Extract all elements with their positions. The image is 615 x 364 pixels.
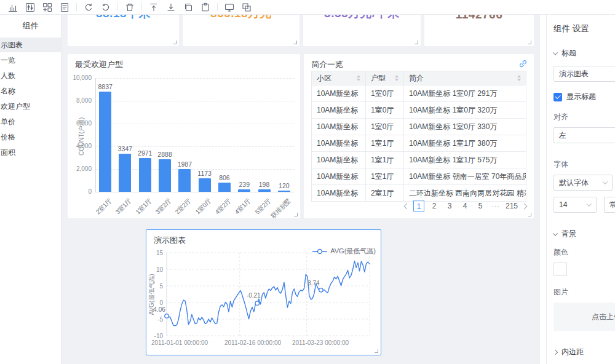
delete-icon[interactable] bbox=[125, 2, 135, 12]
resize-handle-icon[interactable] bbox=[294, 213, 298, 216]
stat-card[interactable]: 1142766 bbox=[424, 15, 534, 46]
sidebar-item[interactable]: 示图表 bbox=[0, 38, 61, 52]
paste-icon[interactable] bbox=[200, 2, 210, 12]
sidebar-item[interactable]: 人数 bbox=[0, 68, 61, 83]
line-series bbox=[167, 261, 370, 326]
y-axis bbox=[95, 78, 96, 192]
table-title: 简介一览 bbox=[311, 59, 343, 70]
resize-handle-icon[interactable] bbox=[415, 41, 418, 44]
sidebar-item[interactable]: 欢迎户型 bbox=[0, 99, 61, 114]
sort-icon[interactable] bbox=[517, 75, 521, 81]
y-tick-label: 0 bbox=[67, 188, 92, 195]
chevron-right-icon bbox=[553, 349, 558, 354]
settings-header: 组件 设置 bbox=[554, 23, 615, 34]
column-header[interactable]: 小区 bbox=[312, 71, 366, 85]
link-icon[interactable] bbox=[518, 59, 528, 68]
line-chart-card[interactable]: 演示图表 AVG(最低气温) -10-5051015AVG(最低气温)2011-… bbox=[146, 229, 381, 355]
bar bbox=[178, 169, 191, 192]
y-tick-label: 0 bbox=[159, 299, 163, 306]
form-widget-icon[interactable] bbox=[60, 2, 69, 12]
next-page-icon[interactable] bbox=[522, 203, 528, 209]
table-cell: 2室1厅 bbox=[366, 185, 404, 202]
table-row: 10AM新坐标2室1厅二环边新坐标 西南向两居对花园 精装修中间层 bbox=[312, 185, 526, 202]
sidebar-item[interactable]: 一览 bbox=[0, 53, 61, 68]
chevron-down-icon bbox=[603, 179, 608, 184]
font-size-select[interactable]: 14 bbox=[554, 197, 597, 213]
show-title-label: 显示标题 bbox=[566, 92, 596, 102]
sort-icon[interactable] bbox=[357, 75, 360, 81]
align-select[interactable]: 左 bbox=[554, 127, 615, 143]
bar-chart-card[interactable]: 最受欢迎户型 02,0004,0006,0008,00010,000COUNT(… bbox=[68, 54, 300, 218]
sidebar-item[interactable]: 单价 bbox=[0, 114, 61, 129]
add-widget-icon[interactable] bbox=[42, 2, 52, 12]
section-title-toggle[interactable]: 标题 bbox=[554, 48, 615, 58]
undo-icon[interactable] bbox=[84, 2, 93, 12]
page-number[interactable]: 4 bbox=[459, 200, 470, 212]
sidebar-item[interactable]: 名称 bbox=[0, 84, 61, 98]
chevron-down-icon bbox=[553, 231, 558, 235]
title-input[interactable] bbox=[554, 66, 615, 82]
page-number[interactable]: 3 bbox=[444, 200, 455, 212]
prev-page-icon[interactable] bbox=[404, 203, 410, 209]
x-tick-label: 2011-03-23 00:00:00 bbox=[292, 339, 349, 346]
table-cell: 1室1厅 bbox=[366, 202, 404, 202]
sort-icon[interactable] bbox=[395, 75, 399, 81]
stat-value: 1142766 bbox=[424, 15, 534, 22]
y-tick-label: -10 bbox=[154, 333, 164, 339]
font-family-select[interactable]: 默认字体 bbox=[554, 175, 613, 191]
table-cell: 10AM新坐标 bbox=[312, 152, 366, 168]
stat-card[interactable]: 88.18平米 bbox=[68, 15, 179, 46]
combine-icon[interactable] bbox=[242, 2, 252, 12]
y-tick-label: -5 bbox=[157, 316, 163, 323]
align-bottom-icon[interactable] bbox=[166, 2, 176, 12]
bg-color-swatch[interactable] bbox=[554, 263, 567, 276]
y-axis-label: COUNT(户型) bbox=[77, 117, 86, 156]
panel-divider bbox=[546, 15, 547, 364]
resize-handle-icon[interactable] bbox=[173, 41, 177, 44]
chart-widget-icon[interactable] bbox=[8, 2, 18, 12]
show-title-checkbox[interactable] bbox=[554, 93, 562, 101]
section-background-toggle[interactable]: 背景 bbox=[554, 229, 615, 239]
x-tick-label: 2011-02-16 00:00:00 bbox=[224, 339, 282, 346]
sidebar-item[interactable]: 价格 bbox=[0, 130, 61, 144]
table-row: 10AM新坐标1室1厅10AM新坐标 朝南一居室 70年商品房 bbox=[312, 168, 526, 185]
filter-widget-icon[interactable] bbox=[25, 2, 35, 12]
redo-icon[interactable] bbox=[101, 2, 111, 12]
data-point-marker bbox=[255, 301, 259, 305]
copy-icon[interactable] bbox=[183, 2, 193, 12]
table-cell: 11站 bbox=[312, 202, 366, 202]
image-upload-area[interactable]: 点击上传 bbox=[554, 303, 615, 331]
toolbar-separator bbox=[217, 3, 218, 11]
bar bbox=[258, 189, 271, 192]
page-number[interactable]: 215 bbox=[506, 200, 518, 212]
preview-icon[interactable] bbox=[224, 2, 234, 12]
page-number[interactable]: 5 bbox=[475, 200, 486, 212]
table-card[interactable]: 简介一览 小区户型简介10AM新坐标1室0厅10AM新坐标 1室0厅 291万1… bbox=[304, 54, 534, 218]
chevron-down-icon bbox=[587, 201, 592, 206]
column-header[interactable]: 简介 bbox=[404, 71, 526, 85]
font-weight-select[interactable]: 常规 bbox=[604, 197, 615, 213]
stat-card[interactable]: 3.55万元/平米 bbox=[303, 15, 421, 46]
resize-handle-icon[interactable] bbox=[528, 213, 531, 216]
resize-handle-icon[interactable] bbox=[375, 349, 378, 353]
collapsed-section-toggle[interactable]: 内边距 bbox=[554, 347, 615, 357]
resize-handle-icon[interactable] bbox=[528, 41, 531, 44]
table-scroll-area: 小区户型简介10AM新坐标1室0厅10AM新坐标 1室0厅 291万10AM新坐… bbox=[311, 71, 526, 202]
table-cell: 10AM新坐标 1室1厅 575万 bbox=[404, 152, 526, 168]
sidebar-header: 组件 bbox=[0, 15, 61, 38]
data-point-marker bbox=[165, 314, 169, 318]
font-family-value: 默认字体 bbox=[559, 178, 589, 188]
font-size-value: 14 bbox=[559, 200, 567, 209]
page-number[interactable]: 2 bbox=[429, 200, 440, 212]
resize-handle-icon[interactable] bbox=[293, 41, 297, 44]
sidebar-item[interactable]: 面积 bbox=[0, 145, 61, 160]
data-point-marker bbox=[319, 288, 323, 292]
stat-card[interactable]: 866.18万元 bbox=[183, 15, 300, 46]
collapsed-section-list: 内边距边框自动刷新数据 bbox=[554, 347, 615, 364]
dashboard-canvas[interactable]: 88.18平米866.18万元3.55万元/平米1142766 最受欢迎户型 0… bbox=[62, 15, 540, 364]
column-header[interactable]: 户型 bbox=[366, 71, 404, 85]
sidebar-item-list: 示图表一览人数名称欢迎户型单价价格面积 bbox=[0, 38, 61, 160]
align-top-icon[interactable] bbox=[149, 2, 159, 12]
table-cell: 10AM新坐标 1室0厅 291万 bbox=[404, 85, 526, 102]
page-number[interactable]: 1 bbox=[413, 200, 424, 212]
